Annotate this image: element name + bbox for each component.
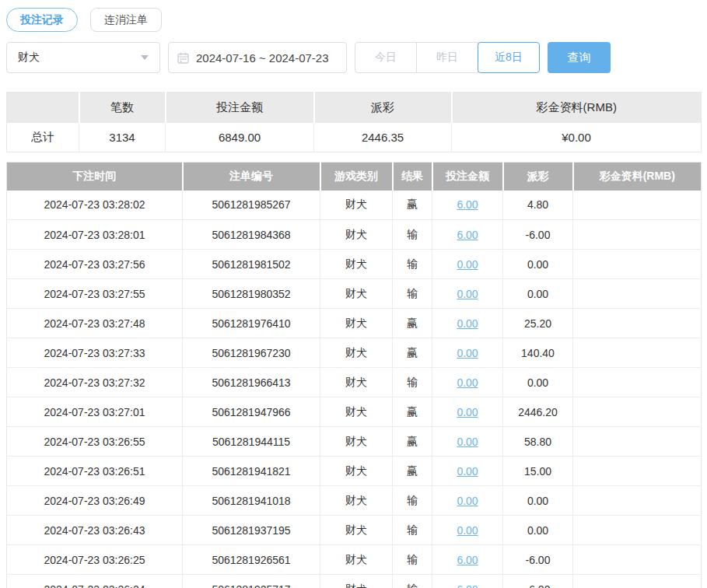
bet-amount-link[interactable]: 0.00 — [457, 317, 478, 330]
records-table: 下注时间注单编号游戏类别结果投注金额派彩彩金资料(RMB) 2024-07-23… — [6, 162, 702, 588]
result-cell: 赢 — [393, 427, 432, 457]
time-cell: 2024-07-23 03:27:33 — [7, 338, 183, 368]
bet-amount-link[interactable]: 6.00 — [457, 554, 478, 566]
game-select-value: 财犬 — [18, 51, 40, 65]
order-id-cell: 5061281947966 — [183, 397, 320, 427]
order-id-cell: 5061281966413 — [183, 368, 320, 397]
order-id-cell: 5061281984368 — [183, 220, 320, 250]
bonus-cell — [573, 427, 702, 457]
payout-cell: -6.00 — [503, 220, 573, 250]
time-cell: 2024-07-23 03:28:01 — [7, 220, 183, 250]
records-col-header: 下注时间 — [7, 163, 183, 191]
payout-cell: 0.00 — [503, 516, 573, 545]
bet-amount-cell: 0.00 — [432, 516, 503, 545]
table-row: 2024-07-23 03:28:025061281985267财犬赢6.004… — [7, 191, 702, 220]
bonus-cell — [573, 191, 702, 220]
table-row: 2024-07-23 03:27:335061281967230财犬赢0.001… — [7, 338, 702, 368]
game-type-cell: 财犬 — [320, 397, 393, 427]
records-col-header: 彩金资料(RMB) — [573, 163, 702, 191]
result-cell: 输 — [393, 486, 432, 516]
bet-amount-link[interactable]: 0.00 — [457, 288, 478, 300]
game-type-cell: 财犬 — [320, 250, 393, 279]
tab-betting-records[interactable]: 投注记录 — [6, 8, 78, 32]
bet-amount-cell: 0.00 — [432, 486, 503, 516]
table-row: 2024-07-23 03:26:245061281925717财犬输6.00-… — [7, 575, 702, 588]
bet-amount-cell: 0.00 — [432, 279, 503, 309]
bet-amount-cell: 0.00 — [432, 457, 503, 486]
payout-cell: 0.00 — [503, 279, 573, 309]
bet-amount-cell: 6.00 — [432, 545, 503, 575]
time-cell: 2024-07-23 03:27:01 — [7, 397, 183, 427]
order-id-cell: 5061281937195 — [183, 516, 320, 545]
time-cell: 2024-07-23 03:27:48 — [7, 309, 183, 338]
bonus-cell — [573, 279, 702, 309]
bonus-cell — [573, 368, 702, 397]
game-type-cell: 财犬 — [320, 486, 393, 516]
payout-cell: 2446.20 — [503, 397, 573, 427]
bet-amount-link[interactable]: 0.00 — [457, 524, 478, 537]
bonus-cell — [573, 309, 702, 338]
summary-header-row: 笔数投注金额派彩彩金资料(RMB) — [7, 93, 702, 123]
order-id-cell: 5061281926561 — [183, 545, 320, 575]
result-cell: 赢 — [393, 397, 432, 427]
result-cell: 赢 — [393, 457, 432, 486]
order-id-cell: 5061281941821 — [183, 457, 320, 486]
game-type-cell: 财犬 — [320, 545, 393, 575]
game-type-cell: 财犬 — [320, 279, 393, 309]
bonus-cell — [573, 457, 702, 486]
bet-amount-link[interactable]: 0.00 — [457, 465, 478, 478]
bet-amount-link[interactable]: 6.00 — [457, 198, 478, 211]
summary-col-header: 笔数 — [79, 93, 166, 123]
bet-amount-link[interactable]: 6.00 — [457, 583, 478, 588]
bet-amount-link[interactable]: 0.00 — [457, 376, 478, 389]
bet-amount-link[interactable]: 0.00 — [457, 436, 478, 448]
payout-cell: 25.20 — [503, 309, 573, 338]
quick-range-yesterday[interactable]: 昨日 — [416, 42, 478, 73]
summary-col-header — [7, 93, 79, 123]
time-cell: 2024-07-23 03:27:55 — [7, 279, 183, 309]
result-cell: 输 — [393, 545, 432, 575]
summary-count-value: 3134 — [79, 123, 166, 152]
chevron-down-icon — [141, 55, 149, 60]
records-col-header: 投注金额 — [432, 163, 503, 191]
order-id-cell: 5061281925717 — [183, 575, 320, 588]
payout-cell: 0.00 — [503, 368, 573, 397]
bet-amount-link[interactable]: 6.00 — [457, 229, 478, 241]
bet-amount-link[interactable]: 0.00 — [457, 406, 478, 418]
time-cell: 2024-07-23 03:27:32 — [7, 368, 183, 397]
bet-amount-link[interactable]: 0.00 — [457, 258, 478, 271]
summary-table: 笔数投注金额派彩彩金资料(RMB) 总计 3134 6849.00 2446.3… — [6, 92, 702, 152]
records-col-header: 注单编号 — [183, 163, 320, 191]
date-range-input[interactable]: 2024-07-16 ~ 2024-07-23 — [168, 42, 347, 73]
summary-col-header: 派彩 — [314, 93, 452, 123]
game-type-cell: 财犬 — [320, 309, 393, 338]
tab-linked-cancel-orders[interactable]: 连消注单 — [90, 8, 162, 32]
filter-bar: 财犬 2024-07-16 ~ 2024-07-23 今日昨日近8日 查询 — [6, 42, 701, 73]
time-cell: 2024-07-23 03:26:55 — [7, 427, 183, 457]
top-tabs: 投注记录连消注单 — [6, 8, 701, 32]
summary-payout-value: 2446.35 — [314, 123, 452, 152]
time-cell: 2024-07-23 03:27:56 — [7, 250, 183, 279]
bet-amount-link[interactable]: 0.00 — [457, 495, 478, 507]
table-row: 2024-07-23 03:26:515061281941821财犬赢0.001… — [7, 457, 702, 486]
table-row: 2024-07-23 03:27:325061281966413财犬输0.000… — [7, 368, 702, 397]
summary-total-label: 总计 — [7, 123, 79, 152]
bonus-cell — [573, 250, 702, 279]
bet-amount-link[interactable]: 0.00 — [457, 347, 478, 359]
game-type-cell: 财犬 — [320, 191, 393, 220]
betting-records-page: 投注记录连消注单 财犬 2024-07-16 ~ 2024-07-23 今日昨日… — [0, 0, 707, 588]
table-row: 2024-07-23 03:27:555061281980352财犬输0.000… — [7, 279, 702, 309]
bonus-cell — [573, 516, 702, 545]
table-row: 2024-07-23 03:27:015061281947966财犬赢0.002… — [7, 397, 702, 427]
bet-amount-cell: 0.00 — [432, 338, 503, 368]
game-type-cell: 财犬 — [320, 368, 393, 397]
bonus-cell — [573, 220, 702, 250]
query-button[interactable]: 查询 — [548, 42, 611, 73]
bet-amount-cell: 6.00 — [432, 575, 503, 588]
quick-range-today[interactable]: 今日 — [355, 42, 417, 73]
calendar-icon — [177, 52, 189, 64]
result-cell: 赢 — [393, 309, 432, 338]
quick-range-last8days[interactable]: 近8日 — [478, 42, 540, 73]
game-select[interactable]: 财犬 — [6, 42, 160, 73]
payout-cell: 0.00 — [503, 486, 573, 516]
